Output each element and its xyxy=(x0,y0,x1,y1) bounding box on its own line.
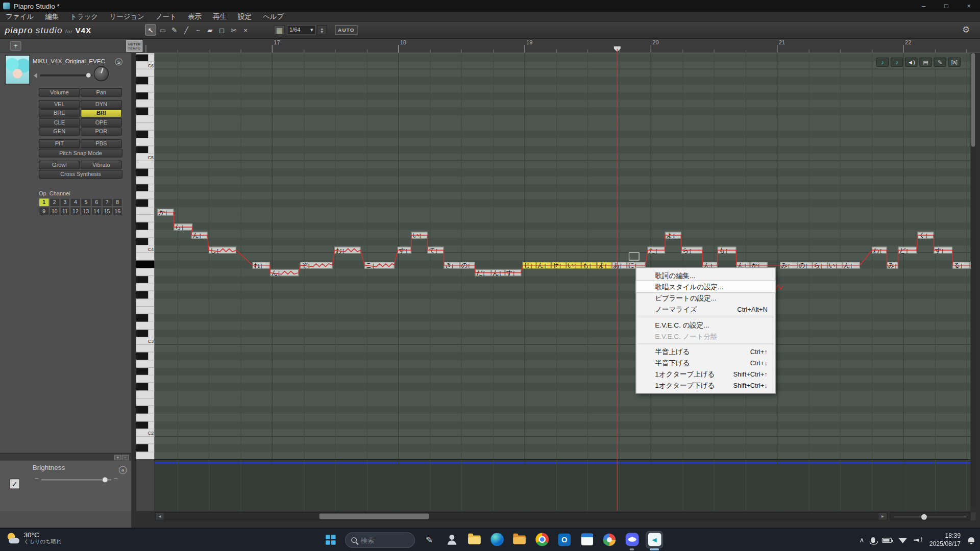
battery-icon[interactable] xyxy=(882,538,892,543)
white-key[interactable] xyxy=(136,414,155,421)
note[interactable]: ら xyxy=(174,223,192,230)
marquee-tool-icon[interactable]: ▭ xyxy=(157,24,168,36)
calendar-icon[interactable] xyxy=(579,531,595,547)
note[interactable]: だ xyxy=(475,269,492,276)
mic-icon[interactable] xyxy=(871,537,875,543)
white-key[interactable] xyxy=(136,452,155,459)
channel-1[interactable]: 1 xyxy=(39,198,50,207)
channel-15[interactable]: 15 xyxy=(102,207,112,215)
white-key[interactable] xyxy=(136,177,155,184)
channel-10[interactable]: 10 xyxy=(49,207,60,215)
note[interactable]: き xyxy=(444,262,460,268)
black-key[interactable] xyxy=(136,54,155,62)
menu-item-6[interactable]: 表示 xyxy=(182,12,207,21)
pan-knob[interactable] xyxy=(94,66,109,81)
note-draw-icon[interactable]: ♪ xyxy=(891,58,903,67)
snap-value-dropdown[interactable]: 1/64 ▾ xyxy=(287,25,315,35)
black-key[interactable] xyxy=(136,330,155,337)
folder-icon[interactable] xyxy=(511,531,528,547)
white-key[interactable] xyxy=(136,284,155,291)
note[interactable]: ら xyxy=(813,262,827,268)
context-menu-item[interactable]: 1オクターブ下げるShift+Ctrl+↓ xyxy=(636,380,775,391)
note[interactable]: し xyxy=(209,247,236,254)
white-key[interactable] xyxy=(136,360,155,368)
note[interactable]: の xyxy=(460,262,475,268)
taskbar-search[interactable] xyxy=(345,532,415,548)
track-avatar[interactable] xyxy=(5,55,30,85)
note[interactable]: あ xyxy=(612,262,627,268)
tray-expand-icon[interactable]: ∧ xyxy=(860,536,865,544)
black-key[interactable] xyxy=(136,222,155,230)
channel-2[interactable]: 2 xyxy=(49,198,60,207)
white-key[interactable] xyxy=(136,85,155,92)
draw-icon[interactable]: ✎ xyxy=(934,58,946,67)
param-button-volume[interactable]: Volume xyxy=(39,88,80,97)
black-key[interactable] xyxy=(136,92,155,100)
grid-snap-icon[interactable]: ▦ xyxy=(274,25,285,35)
context-menu-item[interactable]: 歌詞の編集... xyxy=(636,270,775,281)
white-key[interactable] xyxy=(136,207,155,215)
white-key[interactable] xyxy=(136,123,155,131)
white-key[interactable] xyxy=(136,253,155,261)
gear-icon[interactable]: ⚙ xyxy=(962,24,970,35)
white-key[interactable] xyxy=(136,307,155,314)
volume-handle[interactable] xyxy=(86,72,91,78)
note[interactable]: ん xyxy=(191,232,208,238)
black-key[interactable] xyxy=(136,169,155,177)
channel-14[interactable]: 14 xyxy=(91,207,102,215)
black-key[interactable] xyxy=(136,353,155,360)
hscroll-track[interactable] xyxy=(164,513,879,519)
close-button[interactable]: × xyxy=(958,0,980,12)
note[interactable]: す xyxy=(398,247,411,254)
scroll-left-icon[interactable]: ◂ xyxy=(156,513,164,519)
channel-4[interactable]: 4 xyxy=(70,198,81,207)
menu-item-4[interactable]: リージョン xyxy=(104,12,150,21)
black-key[interactable] xyxy=(136,199,155,207)
white-key[interactable] xyxy=(136,215,155,222)
black-key[interactable] xyxy=(136,383,155,391)
brightness-handle[interactable] xyxy=(102,477,108,483)
notification-bell-icon[interactable] xyxy=(968,536,975,544)
white-key[interactable] xyxy=(136,322,155,330)
start-button[interactable] xyxy=(323,531,339,547)
channel-13[interactable]: 13 xyxy=(81,207,91,215)
white-key[interactable] xyxy=(136,268,155,276)
menu-item-8[interactable]: 設定 xyxy=(232,12,257,21)
vertical-scrollbar[interactable] xyxy=(971,53,976,507)
tray-clock[interactable]: 18:39 2025/08/17 xyxy=(929,532,961,548)
context-menu-item[interactable]: E.V.E.C. の設定... xyxy=(636,319,775,331)
piapro-studio-icon[interactable]: ◄ xyxy=(646,531,663,547)
channel-6[interactable]: 6 xyxy=(91,198,102,207)
white-key[interactable]: C2 xyxy=(136,429,155,437)
note[interactable]: よ xyxy=(665,232,681,238)
note[interactable]: わ xyxy=(872,247,887,254)
note[interactable]: す xyxy=(505,269,521,276)
note[interactable]: の xyxy=(797,262,812,268)
note[interactable]: み xyxy=(887,262,898,268)
delete-tool-icon[interactable]: × xyxy=(240,24,251,36)
piano-roll[interactable]: からんしれんぞおこすいてきのだんすじんせいもまあにたよらんもんかみのらいんわみど… xyxy=(155,53,971,459)
minimize-button[interactable]: – xyxy=(913,0,935,12)
note[interactable]: ん xyxy=(843,262,860,268)
note[interactable]: ん xyxy=(536,262,551,268)
horizontal-scrollbar[interactable]: ◂ ▸ xyxy=(155,512,888,520)
black-key[interactable] xyxy=(136,421,155,429)
solo-button[interactable]: S xyxy=(115,58,122,66)
select-tool-icon[interactable]: ↖ xyxy=(145,24,156,36)
keyboard-icon[interactable]: ▤ xyxy=(919,58,932,67)
note[interactable]: も xyxy=(581,262,597,268)
white-key[interactable] xyxy=(136,375,155,383)
auto-button[interactable]: AUTO xyxy=(335,25,357,35)
note[interactable]: す xyxy=(934,247,952,254)
note[interactable]: ぞ xyxy=(300,262,333,268)
white-key[interactable] xyxy=(136,230,155,238)
channel-7[interactable]: 7 xyxy=(102,198,112,207)
lane-checkbox[interactable]: ✓ xyxy=(9,479,20,489)
context-menu-item[interactable]: ノーマライズCtrl+Alt+N xyxy=(636,304,775,315)
note[interactable]: ろ xyxy=(970,262,970,268)
param-button-bri[interactable]: BRI xyxy=(81,109,122,118)
vibrato-button[interactable]: Vibrato xyxy=(81,161,122,169)
menu-item-2[interactable]: 編集 xyxy=(39,12,64,21)
volume-slider[interactable] xyxy=(40,74,92,77)
volume-icon[interactable] xyxy=(914,537,922,543)
